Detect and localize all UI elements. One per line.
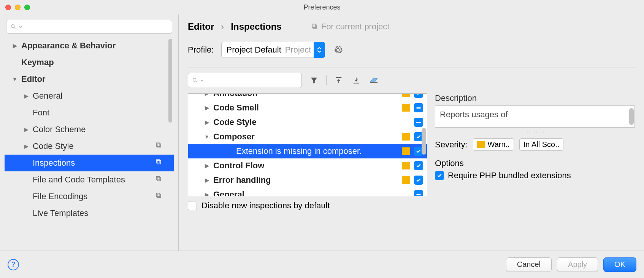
tree-item-label: Extension is missing in composer.	[236, 146, 427, 156]
tree-item-code-style[interactable]: ▶Code Style	[188, 115, 427, 129]
svg-rect-7	[156, 176, 160, 180]
eraser-icon	[369, 77, 378, 84]
scope-select[interactable]: In All Sco..	[519, 138, 564, 151]
chevron-down-icon: ▼	[203, 134, 210, 140]
cancel-button[interactable]: Cancel	[506, 257, 552, 272]
sidebar-item-general[interactable]: ▶General	[5, 88, 174, 104]
profile-scope: Project	[285, 45, 311, 55]
severity-swatch	[402, 162, 410, 169]
scope-note: For current project	[311, 22, 390, 32]
content: ▶Appearance & BehaviorKeymap▼Editor▶Gene…	[0, 14, 644, 251]
tree-item-extension-is-missing-in-composer[interactable]: Extension is missing in composer.	[188, 144, 427, 158]
inspections-tree[interactable]: ▶Annotation▶Code Smell▶Code Style▼Compos…	[188, 93, 427, 196]
ok-button[interactable]: OK	[603, 257, 636, 272]
tree-item-label: Code Smell	[213, 103, 427, 113]
tree-item-code-smell[interactable]: ▶Code Smell	[188, 101, 427, 115]
disable-new-inspections-checkbox[interactable]	[188, 201, 197, 210]
sidebar-item-label: Keymap	[21, 58, 54, 67]
sidebar-item-editor[interactable]: ▼Editor	[5, 71, 174, 88]
inspections-search[interactable]	[188, 73, 302, 88]
tree-item-annotation[interactable]: ▶Annotation	[188, 94, 427, 101]
inspections-search-input[interactable]	[206, 77, 298, 84]
chevron-up-icon	[317, 47, 322, 50]
severity-swatch	[402, 176, 410, 184]
profile-settings-button[interactable]	[333, 45, 343, 55]
sidebar-item-label: Live Templates	[33, 208, 88, 218]
sidebar-item-appearance-behavior[interactable]: ▶Appearance & Behavior	[5, 37, 174, 54]
svg-rect-6	[157, 177, 161, 181]
inspection-checkbox[interactable]	[414, 118, 423, 127]
svg-rect-9	[156, 193, 160, 197]
chevron-right-icon: ▶	[203, 105, 210, 111]
inspection-checkbox[interactable]	[414, 161, 423, 170]
chevron-down-icon	[200, 79, 204, 82]
tree-item-control-flow[interactable]: ▶Control Flow	[188, 158, 427, 173]
stack-icon	[155, 141, 162, 151]
inspection-checkbox[interactable]	[414, 190, 423, 196]
help-button[interactable]: ?	[8, 259, 19, 270]
inspections-toolbar	[188, 73, 635, 88]
sidebar-item-keymap[interactable]: Keymap	[5, 54, 174, 71]
severity-label: Severity:	[435, 140, 468, 150]
collapse-icon	[352, 76, 360, 85]
sidebar-item-file-encodings[interactable]: File Encodings	[5, 188, 174, 205]
tree-item-label: Annotation	[213, 94, 427, 98]
severity-row: Severity: Warn.. In All Sco..	[435, 138, 635, 151]
sidebar-search-input[interactable]	[24, 23, 168, 30]
breadcrumb-inspections: Inspections	[231, 21, 281, 32]
sidebar-nav: ▶Appearance & BehaviorKeymap▼Editor▶Gene…	[5, 37, 174, 251]
expand-all-button[interactable]	[333, 75, 344, 86]
sidebar-item-label: Color Scheme	[33, 125, 86, 134]
search-icon	[192, 77, 198, 83]
sidebar-search[interactable]	[6, 20, 172, 34]
sidebar-item-code-style[interactable]: ▶Code Style	[5, 138, 174, 155]
collapse-all-button[interactable]	[351, 75, 362, 86]
svg-rect-4	[157, 161, 161, 164]
resize-grip[interactable]: :::::::::	[435, 129, 635, 134]
search-icon	[10, 24, 16, 30]
filter-button[interactable]	[309, 75, 319, 86]
profile-dropdown-button[interactable]	[314, 42, 325, 58]
sidebar-item-file-and-code-templates[interactable]: File and Code Templates	[5, 171, 174, 188]
svg-rect-2	[157, 144, 161, 147]
divider	[188, 67, 635, 67]
apply-button[interactable]: Apply	[557, 257, 598, 272]
reset-button[interactable]	[368, 75, 379, 86]
svg-rect-18	[370, 82, 378, 83]
chevron-right-icon: ▶	[23, 143, 30, 149]
description-text-area[interactable]: Reports usages of	[435, 105, 635, 128]
sidebar-item-inspections[interactable]: Inspections	[5, 155, 174, 171]
inspection-checkbox[interactable]	[414, 103, 423, 112]
inspection-checkbox[interactable]	[414, 176, 423, 185]
tree-item-general[interactable]: ▶General	[188, 187, 427, 196]
expand-icon	[335, 76, 343, 85]
description-heading: Description	[435, 93, 635, 103]
chevron-down-icon	[19, 25, 22, 29]
breadcrumb-editor[interactable]: Editor	[188, 21, 214, 32]
chevron-right-icon: ▶	[203, 177, 210, 183]
stack-icon	[155, 192, 162, 201]
sidebar-item-color-scheme[interactable]: ▶Color Scheme	[5, 121, 174, 138]
sidebar-item-live-templates[interactable]: Live Templates	[5, 205, 174, 222]
stack-icon	[311, 23, 318, 30]
chevron-right-icon: ▶	[203, 94, 210, 96]
tree-item-composer[interactable]: ▼Composer	[188, 129, 427, 144]
tree-item-error-handling[interactable]: ▶Error handling	[188, 173, 427, 187]
severity-select[interactable]: Warn..	[473, 138, 514, 151]
inspection-checkbox[interactable]	[414, 94, 423, 98]
titlebar: Preferences	[0, 0, 644, 14]
sidebar-item-font[interactable]: Font	[5, 104, 174, 121]
chevron-right-icon: ▶	[203, 192, 210, 196]
sidebar-item-label: Editor	[21, 74, 46, 84]
tree-scrollbar[interactable]	[422, 128, 426, 155]
chevron-right-icon: ▶	[23, 126, 30, 133]
mid-area: ▶Annotation▶Code Smell▶Code Style▼Compos…	[188, 93, 635, 200]
tree-item-label: Code Style	[213, 117, 427, 127]
chevron-down-icon: ▼	[11, 76, 18, 82]
profile-select[interactable]: Project Default Project	[221, 42, 316, 58]
chevron-right-icon: ▶	[11, 43, 18, 49]
sidebar-item-label: File and Code Templates	[33, 175, 125, 185]
option-require-bundled-checkbox[interactable]	[435, 171, 444, 180]
sidebar-item-label: Appearance & Behavior	[21, 41, 116, 51]
description-scrollbar[interactable]	[629, 108, 634, 125]
